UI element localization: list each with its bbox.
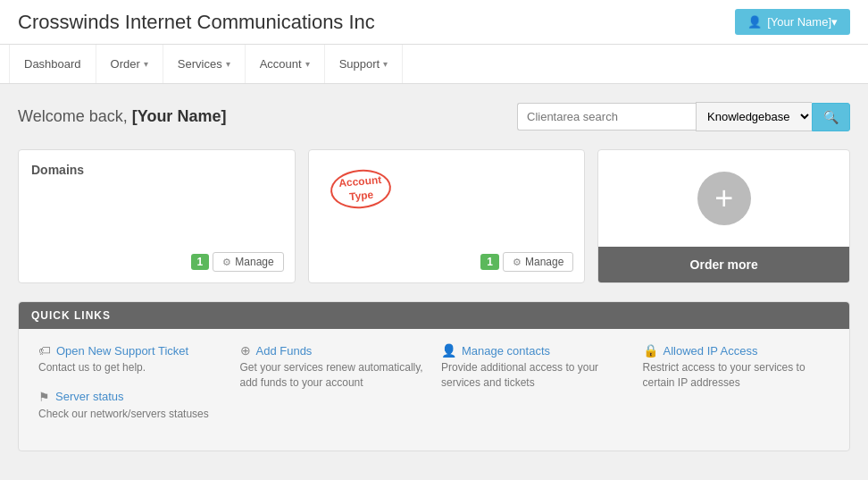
- open-support-ticket-link[interactable]: 🏷 Open New Support Ticket: [38, 343, 226, 358]
- domains-card: Domains 1 ⚙ Manage: [18, 149, 296, 283]
- nav-link-services[interactable]: Services ▾: [163, 45, 246, 83]
- person-icon: 👤: [441, 343, 456, 358]
- nav-link-dashboard[interactable]: Dashboard: [9, 45, 96, 83]
- search-button[interactable]: 🔍: [812, 103, 850, 131]
- domains-manage-button[interactable]: ⚙ Manage: [213, 252, 283, 272]
- support-dropdown-icon: ▾: [383, 59, 388, 69]
- nav-label-support: Support: [339, 57, 380, 71]
- account-type-manage-label: Manage: [525, 256, 563, 268]
- nav-item-order[interactable]: Order ▾: [96, 45, 163, 83]
- nav-label-order: Order: [111, 57, 140, 71]
- manage-contacts-label: Manage contacts: [462, 344, 550, 358]
- server-status-desc: Check our network/servers statuses: [38, 407, 226, 422]
- nav-link-account[interactable]: Account ▾: [246, 45, 325, 83]
- account-type-manage-button[interactable]: ⚙ Manage: [503, 252, 573, 272]
- order-more-card: + Order more: [597, 149, 850, 283]
- domains-card-bottom: 1 ⚙ Manage: [191, 252, 284, 272]
- quick-links-col-2: ⊕ Add Funds Get your services renew auto…: [233, 343, 435, 436]
- nav-link-support[interactable]: Support ▾: [325, 45, 404, 83]
- account-type-badge: 1: [480, 254, 499, 270]
- quick-links-section: QUICK LINKS 🏷 Open New Support Ticket Co…: [18, 301, 850, 451]
- quick-links-col-1: 🏷 Open New Support Ticket Contact us to …: [31, 343, 233, 436]
- navbar: Dashboard Order ▾ Services ▾ Account ▾ S…: [0, 45, 868, 84]
- nav-item-services[interactable]: Services ▾: [163, 45, 246, 83]
- search-bar: Knowledgebase 🔍: [517, 102, 850, 131]
- header: Crosswinds Internet Communications Inc 👤…: [0, 0, 868, 45]
- user-menu-button[interactable]: 👤 [Your Name]▾: [735, 9, 850, 35]
- welcome-message: Welcome back, [Your Name]: [18, 107, 226, 126]
- flag-icon: ⚑: [38, 390, 50, 404]
- nav-item-dashboard[interactable]: Dashboard: [9, 45, 96, 83]
- allowed-ip-access-link[interactable]: 🔒 Allowed IP Access: [643, 343, 830, 358]
- add-funds-link[interactable]: ⊕ Add Funds: [240, 343, 428, 358]
- support-ticket-desc: Contact us to get help.: [38, 360, 226, 375]
- nav-item-support[interactable]: Support ▾: [325, 45, 404, 83]
- ql-item-support-ticket: 🏷 Open New Support Ticket Contact us to …: [38, 343, 226, 375]
- ql-item-manage-contacts: 👤 Manage contacts Provide additional acc…: [441, 343, 629, 391]
- account-type-gear-icon: ⚙: [513, 257, 522, 268]
- ql-item-add-funds: ⊕ Add Funds Get your services renew auto…: [240, 343, 428, 391]
- main-content: Welcome back, [Your Name] Knowledgebase …: [0, 84, 868, 469]
- domains-gear-icon: ⚙: [222, 257, 231, 268]
- account-dropdown-icon: ▾: [305, 59, 310, 69]
- quick-links-col-4: 🔒 Allowed IP Access Restrict access to y…: [636, 343, 838, 436]
- user-name-label: [Your Name]▾: [767, 15, 838, 29]
- server-status-label: Server status: [55, 390, 124, 403]
- add-funds-label: Add Funds: [256, 344, 313, 358]
- account-type-card: AccountType 1 ⚙ Manage: [308, 149, 586, 283]
- order-dropdown-icon: ▾: [144, 59, 148, 69]
- domains-manage-label: Manage: [235, 256, 273, 268]
- order-more-button[interactable]: Order more: [598, 247, 849, 282]
- search-input[interactable]: [517, 103, 696, 131]
- user-icon: 👤: [747, 15, 762, 29]
- tag-icon: 🏷: [38, 343, 51, 358]
- quick-links-header: QUICK LINKS: [19, 302, 849, 329]
- account-type-annotation: AccountType: [329, 167, 393, 211]
- quick-links-col-3: 👤 Manage contacts Provide additional acc…: [434, 343, 636, 436]
- nav-label-account: Account: [260, 57, 302, 71]
- manage-contacts-desc: Provide additional access to your servic…: [441, 360, 629, 391]
- quick-links-body: 🏷 Open New Support Ticket Contact us to …: [19, 329, 849, 451]
- nav-link-order[interactable]: Order ▾: [96, 45, 163, 83]
- server-status-link[interactable]: ⚑ Server status: [38, 390, 226, 404]
- domains-card-title: Domains: [31, 163, 282, 177]
- ql-item-server-status: ⚑ Server status Check our network/server…: [38, 390, 226, 422]
- add-funds-desc: Get your services renew automatically, a…: [240, 360, 428, 391]
- account-type-card-bottom: 1 ⚙ Manage: [480, 252, 573, 272]
- support-ticket-label: Open New Support Ticket: [56, 344, 188, 358]
- lock-icon: 🔒: [643, 343, 658, 358]
- nav-item-account[interactable]: Account ▾: [246, 45, 325, 83]
- nav-label-services: Services: [178, 57, 222, 71]
- welcome-prefix: Welcome back,: [18, 107, 132, 125]
- allowed-ip-desc: Restrict access to your services to cert…: [643, 360, 830, 391]
- brand-title: Crosswinds Internet Communications Inc: [18, 11, 375, 34]
- plus-circle-icon: +: [697, 172, 751, 225]
- nav-label-dashboard: Dashboard: [24, 57, 81, 71]
- manage-contacts-link[interactable]: 👤 Manage contacts: [441, 343, 629, 358]
- welcome-name: [Your Name]: [132, 107, 227, 125]
- plus-icon: ⊕: [240, 343, 251, 358]
- order-more-icon-area: +: [697, 150, 751, 247]
- allowed-ip-label: Allowed IP Access: [664, 344, 758, 358]
- domains-badge: 1: [191, 254, 210, 270]
- services-dropdown-icon: ▾: [226, 59, 230, 69]
- cards-row: Domains 1 ⚙ Manage AccountType 1 ⚙ Manag…: [18, 149, 850, 283]
- top-bar: Welcome back, [Your Name] Knowledgebase …: [18, 102, 850, 131]
- search-category-select[interactable]: Knowledgebase: [696, 102, 812, 131]
- ql-item-ip-access: 🔒 Allowed IP Access Restrict access to y…: [643, 343, 830, 391]
